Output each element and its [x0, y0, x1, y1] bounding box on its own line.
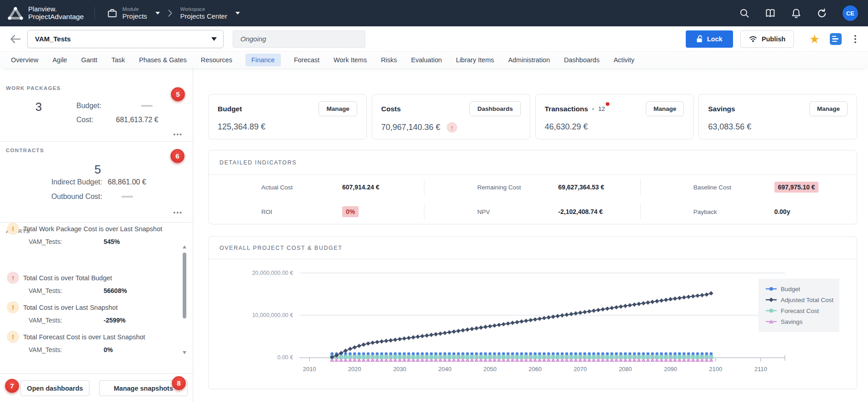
- work-packages-badge[interactable]: 5: [171, 87, 185, 101]
- savings-manage-button[interactable]: Manage: [809, 101, 848, 116]
- project-select[interactable]: VAM_Tests: [27, 30, 224, 48]
- transactions-card-title: Transactions: [545, 105, 589, 113]
- lock-button[interactable]: Lock: [686, 30, 733, 48]
- tab-risks[interactable]: Risks: [380, 54, 398, 66]
- alerts-scrollbar[interactable]: [183, 245, 187, 354]
- transactions-manage-button[interactable]: Manage: [646, 101, 684, 116]
- tab-work-items[interactable]: Work Items: [333, 54, 368, 66]
- budget-manage-button[interactable]: Manage: [319, 101, 357, 116]
- alert-item[interactable]: ! Total Work Package Cost is over Last S…: [7, 223, 175, 251]
- back-icon[interactable]: [10, 35, 21, 44]
- workspace-selector[interactable]: Workspace Projects Center: [180, 6, 240, 20]
- lock-label: Lock: [707, 35, 723, 43]
- tab-gantt[interactable]: Gantt: [80, 54, 98, 66]
- costs-dashboards-button[interactable]: Dashboards: [469, 101, 520, 116]
- user-avatar[interactable]: CE: [843, 5, 858, 21]
- legend-item[interactable]: Forecast Cost: [765, 305, 839, 316]
- scroll-up-icon[interactable]: [183, 245, 186, 248]
- work-packages-count: 3: [25, 100, 52, 114]
- manage-snapshots-badge[interactable]: 8: [172, 376, 186, 390]
- alert-item[interactable]: ! Total Forecast Cost is over Last Snaps…: [7, 331, 175, 359]
- contracts-badge[interactable]: 6: [170, 149, 185, 163]
- svg-text:2050: 2050: [484, 366, 497, 372]
- legend-item[interactable]: Budget: [765, 283, 839, 294]
- empty-value-dash: [141, 105, 153, 107]
- ellipsis-icon[interactable]: •••: [173, 209, 183, 216]
- open-dashboards-button[interactable]: Open dashboards: [20, 380, 90, 396]
- ellipsis-icon[interactable]: •••: [173, 131, 183, 138]
- help-book-icon[interactable]: [765, 8, 776, 18]
- tab-phases-gates[interactable]: Phases & Gates: [138, 54, 188, 66]
- module-label: Module: [122, 6, 147, 12]
- indicator-value: -2,102,408.74 €: [558, 208, 603, 215]
- dot-separator: [592, 108, 594, 110]
- refresh-icon[interactable]: [817, 8, 827, 19]
- search-icon[interactable]: [739, 8, 749, 18]
- work-packages-panel: WORK PACKAGES 5 3 Budget: Cost: 681,613.…: [0, 68, 193, 142]
- publish-button[interactable]: Publish: [740, 30, 794, 48]
- wp-cost-label: Cost:: [76, 116, 112, 124]
- tab-administration[interactable]: Administration: [507, 54, 551, 66]
- tab-library-items[interactable]: Library Items: [455, 54, 495, 66]
- brand-line1: Planview.: [28, 5, 84, 13]
- tab-task[interactable]: Task: [110, 54, 126, 66]
- tab-overview[interactable]: Overview: [10, 54, 39, 66]
- svg-text:20,000,000.00 €: 20,000,000.00 €: [252, 270, 293, 276]
- contracts-title: CONTRACTS: [6, 148, 44, 153]
- module-selector[interactable]: Module Projects: [107, 6, 160, 20]
- alert-critical-icon: ↑: [7, 272, 19, 284]
- indicator-label: Remaining Cost: [477, 184, 558, 191]
- feed-icon[interactable]: [830, 33, 842, 45]
- planview-logo[interactable]: Planview. ProjectAdvantage: [7, 5, 84, 21]
- workspace-value: Projects Center: [180, 12, 227, 20]
- legend-item[interactable]: Adjusted Total Cost: [765, 294, 839, 305]
- indicator-value: 607,914.24 €: [342, 184, 379, 191]
- alert-detail: VAM_Tests: -2599%: [7, 317, 175, 324]
- savings-card-title: Savings: [708, 105, 735, 113]
- tab-activity[interactable]: Activity: [613, 54, 635, 66]
- budget-card: Budget Manage 125,364.89 €: [208, 94, 367, 139]
- indicator-value: 69,627,364.53 €: [558, 184, 604, 191]
- chevron-right-icon: [168, 10, 172, 17]
- alert-item[interactable]: ! Total Cost is over Last Snapshot VAM_T…: [7, 301, 175, 329]
- brand-text: Planview. ProjectAdvantage: [28, 5, 84, 21]
- legend-marker-icon: [765, 286, 777, 292]
- tab-finance[interactable]: Finance: [245, 54, 281, 66]
- tab-resources[interactable]: Resources: [200, 54, 233, 66]
- budget-card-title: Budget: [218, 105, 242, 113]
- svg-text:2040: 2040: [438, 366, 451, 372]
- svg-text:2030: 2030: [393, 366, 406, 372]
- header-divider: [95, 7, 95, 20]
- alert-value: 0%: [104, 346, 113, 353]
- alert-text: Total Cost is over Last Snapshot: [23, 304, 118, 311]
- legend-item[interactable]: Savings: [765, 316, 839, 327]
- alert-value: 545%: [104, 238, 120, 245]
- indicator-payback: Payback 0.00y: [641, 199, 857, 224]
- tab-evaluation[interactable]: Evaluation: [410, 54, 443, 66]
- indicator-label: Baseline Cost: [693, 184, 774, 191]
- scrollbar-thumb[interactable]: [183, 253, 186, 318]
- detailed-indicators-panel: DETAILED INDICATORS Actual Cost 607,914.…: [208, 150, 857, 224]
- detailed-indicators-title: DETAILED INDICATORS: [209, 150, 857, 175]
- project-toolbar: VAM_Tests Ongoing Lock Publish ★: [0, 26, 868, 52]
- alert-text: Total Work Package Cost is over Last Sna…: [23, 225, 162, 233]
- caret-down-icon: [211, 37, 217, 41]
- app-header: Planview. ProjectAdvantage Module Projec…: [0, 0, 868, 26]
- open-dashboards-badge[interactable]: 7: [5, 379, 19, 393]
- project-status-field[interactable]: Ongoing: [233, 30, 365, 48]
- indicator-remaining-cost: Remaining Cost 69,627,364.53 €: [424, 175, 640, 199]
- svg-text:2020: 2020: [348, 366, 361, 372]
- alert-text: Total Forecast Cost is over Last Snapsho…: [23, 333, 145, 341]
- scroll-down-icon[interactable]: [183, 351, 186, 354]
- notifications-icon[interactable]: [791, 8, 801, 19]
- alert-warning-icon: !: [7, 331, 19, 343]
- favorite-icon[interactable]: ★: [809, 33, 820, 45]
- alert-detail: VAM_Tests: 545%: [7, 238, 175, 245]
- module-icon: [107, 8, 118, 19]
- ct-outbound-label: Outbound Cost:: [30, 193, 102, 201]
- kebab-icon[interactable]: [853, 33, 858, 45]
- tab-agile[interactable]: Agile: [51, 54, 68, 66]
- tab-forecast[interactable]: Forecast: [293, 54, 320, 66]
- tab-dashboards[interactable]: Dashboards: [563, 54, 600, 66]
- alert-item[interactable]: ↑ Total Cost is over Total Budget VAM_Te…: [7, 272, 175, 300]
